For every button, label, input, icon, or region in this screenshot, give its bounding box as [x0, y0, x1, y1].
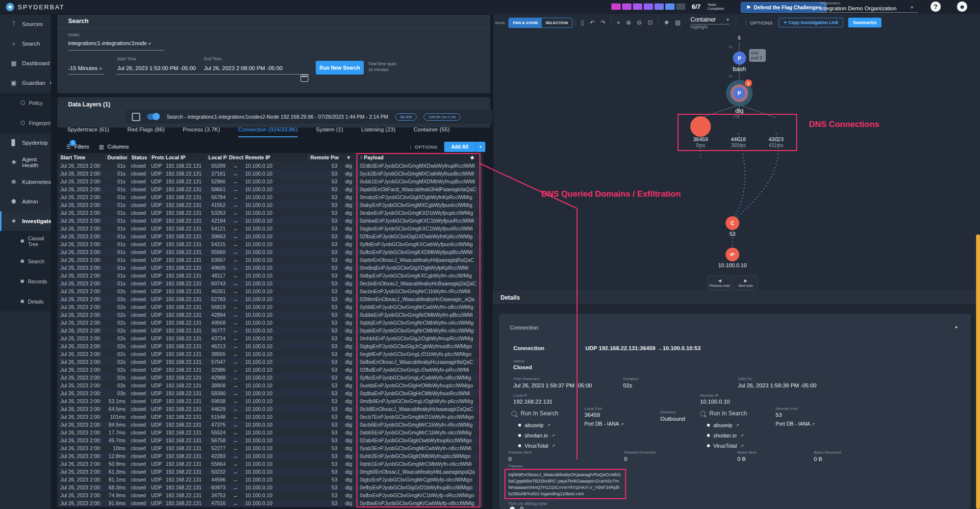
add-all-button[interactable]: Add All — [444, 142, 475, 152]
table-row[interactable]: Jul 26, 2023 2:00:02sclosedUDP192.168.22… — [57, 358, 483, 366]
col-start-time[interactable]: Start Time — [57, 154, 105, 160]
osint-link-virustotal[interactable]: VirusTotal↗ — [707, 443, 744, 449]
table-row[interactable]: Jul 26, 2023 2:00:01sclosedUDP192.168.22… — [57, 178, 483, 185]
sidebar-item-dashboard[interactable]: ▦Dashboard — [0, 53, 51, 73]
calendar-icon[interactable] — [301, 75, 308, 82]
osint-link-virustotal[interactable]: VirusTotal↗ — [518, 443, 555, 449]
table-row[interactable]: Jul 26, 2023 2:00:10msclosedUDP192.168.2… — [57, 444, 483, 452]
sidebar-item-fingerprints[interactable]: Fingerprints — [0, 113, 51, 133]
summarize-button[interactable]: Summarize — [848, 18, 881, 27]
tab-spydertrace[interactable]: Spydertrace (61) — [67, 127, 109, 137]
sidebar-item-policy[interactable]: Policy — [0, 93, 51, 113]
hosts-select[interactable]: integrationc1-integrationc1nodes2-Nod... — [68, 40, 147, 46]
selection-mode-button[interactable]: SELECTION — [542, 18, 572, 27]
table-row[interactable]: Jul 26, 2023 2:00:01sclosedUDP192.168.22… — [57, 264, 483, 272]
table-row[interactable]: Jul 26, 2023 2:00:02sclosedUDP192.168.22… — [57, 334, 483, 342]
filters-button[interactable]: Filters — [75, 144, 89, 150]
table-options-button[interactable]: ⋮ OPTIONS — [408, 144, 437, 150]
center-icon[interactable]: ⌖ — [617, 19, 620, 26]
sidebar-item-admin[interactable]: ⚉Admin — [0, 192, 51, 211]
copy-investigation-link-button[interactable]: ⚭ Copy Investigation Link — [779, 18, 843, 27]
table-row[interactable]: Jul 26, 2023 2:00:02sclosedUDP192.168.22… — [57, 295, 483, 303]
tab-red[interactable]: Red Flags (86) — [127, 127, 165, 137]
col-remote-port[interactable]: Remote Port — [308, 154, 339, 160]
table-row[interactable]: Jul 26, 2023 2:00:02sclosedUDP192.168.22… — [57, 287, 483, 295]
col-payload[interactable]: ↑ Payload ★ — [358, 154, 483, 160]
group-by-select[interactable]: Container — [690, 16, 716, 23]
col-proto[interactable]: Proto — [150, 154, 164, 160]
table-row[interactable]: Jul 26, 2023 2:00:02sclosedUDP192.168.22… — [57, 342, 483, 350]
table-row[interactable]: Jul 26, 2023 2:00:02sclosedUDP192.168.22… — [57, 311, 483, 319]
table-row[interactable]: Jul 26, 2023 2:00:02sclosedUDP192.168.22… — [57, 366, 483, 374]
start-time-input[interactable]: Jul 26, 2023 1:53:00 PM -05:00 — [117, 65, 196, 71]
remote-port-db-link[interactable]: Port DB - IANA ↗ — [776, 421, 815, 427]
tab-system[interactable]: System (1) — [316, 127, 343, 137]
run-in-search-remote[interactable]: Run In Search — [700, 410, 747, 417]
organization-select[interactable]: Integration Demo Organization — [820, 5, 908, 11]
zoom-in-icon[interactable]: ⊕ — [626, 19, 631, 26]
tab-process[interactable]: Process (3.7K) — [183, 127, 220, 137]
table-row[interactable]: Jul 26, 2023 2:00:74.9msclosedUDP192.168… — [57, 491, 483, 499]
defend-flag-button[interactable]: ⚑ Defend the Flag Challenges — [741, 2, 827, 13]
table-row[interactable]: Jul 26, 2023 2:00:03sclosedUDP192.168.22… — [57, 382, 483, 389]
table-row[interactable]: Jul 26, 2023 2:00:01sclosedUDP192.168.22… — [57, 272, 483, 280]
report-icon[interactable]: ▤ — [675, 19, 680, 26]
table-row[interactable]: Jul 26, 2023 2:00:02sclosedUDP192.168.22… — [57, 303, 483, 311]
sidebar-item-details[interactable]: Details — [0, 291, 51, 311]
table-row[interactable]: Jul 26, 2023 2:00:84.5msclosedUDP192.168… — [57, 421, 483, 429]
sidebar-item-causal-tree[interactable]: Causal Tree — [0, 231, 51, 251]
data-layer-toggle[interactable] — [147, 114, 160, 120]
redo-icon[interactable]: ↷ — [601, 19, 605, 26]
table-row[interactable]: Jul 26, 2023 2:00:02sclosedUDP192.168.22… — [57, 327, 483, 334]
table-row[interactable]: Jul 26, 2023 2:00:68.3msclosedUDP192.168… — [57, 484, 483, 491]
graph-options-button[interactable]: ⋮ OPTIONS — [744, 20, 773, 25]
table-row[interactable]: Jul 26, 2023 2:00:03sclosedUDP192.168.22… — [57, 389, 483, 397]
scrollbar-thumb[interactable] — [976, 234, 980, 509]
col-remote-ip[interactable]: Remote IP — [244, 154, 308, 160]
run-new-search-button[interactable]: Run New Search — [316, 61, 364, 75]
remote-ip-node[interactable]: IP — [726, 248, 739, 261]
next-node-button[interactable]: ▶ Next node — [733, 276, 758, 290]
osint-link-abuseip[interactable]: abuseip↗ — [518, 422, 555, 428]
table-row[interactable]: Jul 26, 2023 2:00:02sclosedUDP192.168.22… — [57, 350, 483, 358]
table-row[interactable]: Jul 26, 2023 2:00:01sclosedUDP192.168.22… — [57, 240, 483, 248]
zoom-out-icon[interactable]: ⊖ — [637, 19, 642, 26]
pod-label-box[interactable]: test pod 3 — [749, 49, 766, 62]
col-status[interactable]: Status — [127, 154, 150, 160]
table-row[interactable]: Jul 26, 2023 2:00:01sclosedUDP192.168.22… — [57, 256, 483, 264]
star-icon[interactable]: ★ — [470, 154, 475, 160]
sidebar-item-agent-health[interactable]: ✚Agent Health — [0, 153, 51, 172]
tab-connection[interactable]: Connection (924/33.8K) — [238, 127, 298, 137]
collapse-chevron-icon[interactable]: ▴ — [955, 324, 957, 329]
osint-link-abuseip[interactable]: abuseip↗ — [707, 422, 744, 428]
sidebar-item-records[interactable]: Records — [0, 271, 51, 291]
sidebar-item-investigate[interactable]: ✶Investigate▾ — [0, 211, 51, 231]
fit-icon[interactable]: ⊡ — [648, 19, 653, 26]
table-row[interactable]: Jul 26, 2023 2:00:61.3msclosedUDP192.168… — [57, 468, 483, 476]
debug-toggle[interactable] — [510, 507, 515, 509]
table-row[interactable]: Jul 26, 2023 2:00:02sclosedUDP192.168.22… — [57, 319, 483, 327]
table-row[interactable]: Jul 26, 2023 2:00:01sclosedUDP192.168.22… — [57, 225, 483, 232]
table-row[interactable]: Jul 26, 2023 2:00:64.5msclosedUDP192.168… — [57, 405, 483, 413]
table-row[interactable]: Jul 26, 2023 2:00:01sclosedUDP192.168.22… — [57, 209, 483, 217]
tab-listening[interactable]: Listening (23) — [361, 127, 396, 137]
undo-icon[interactable]: ↶ — [590, 19, 595, 26]
col-duration[interactable]: Duration — [105, 154, 127, 160]
table-row[interactable]: Jul 26, 2023 2:00:01sclosedUDP192.168.22… — [57, 280, 483, 287]
table-row[interactable]: Jul 26, 2023 2:00:01sclosedUDP192.168.22… — [57, 185, 483, 193]
process-node-dig[interactable]: P — [733, 87, 745, 99]
run-in-search-local[interactable]: Run In Search — [511, 410, 558, 417]
hidden-nodes-count[interactable]: 6 — [734, 35, 744, 41]
col-local-port[interactable]: Local Port — [206, 154, 227, 160]
table-row[interactable]: Jul 26, 2023 2:00:01sclosedUDP192.168.22… — [57, 201, 483, 209]
columns-icon[interactable]: ▥ — [99, 144, 104, 150]
table-row[interactable]: Jul 26, 2023 2:00:17.7msclosedUDP192.168… — [57, 429, 483, 436]
table-row[interactable]: Jul 26, 2023 2:00:45.7msclosedUDP192.168… — [57, 436, 483, 444]
table-row[interactable]: Jul 26, 2023 2:00:01sclosedUDP192.168.22… — [57, 248, 483, 256]
tab-container[interactable]: Container (55) — [414, 127, 450, 137]
eraser-icon[interactable]: ▯ — [581, 19, 584, 26]
columns-button[interactable]: Columns — [107, 144, 128, 150]
sidebar-item-sources[interactable]: ᛉSources — [0, 14, 51, 34]
table-row[interactable]: Jul 26, 2023 2:00:81.1msclosedUDP192.168… — [57, 476, 483, 484]
table-row[interactable]: Jul 26, 2023 2:00:01sclosedUDP192.168.22… — [57, 217, 483, 225]
